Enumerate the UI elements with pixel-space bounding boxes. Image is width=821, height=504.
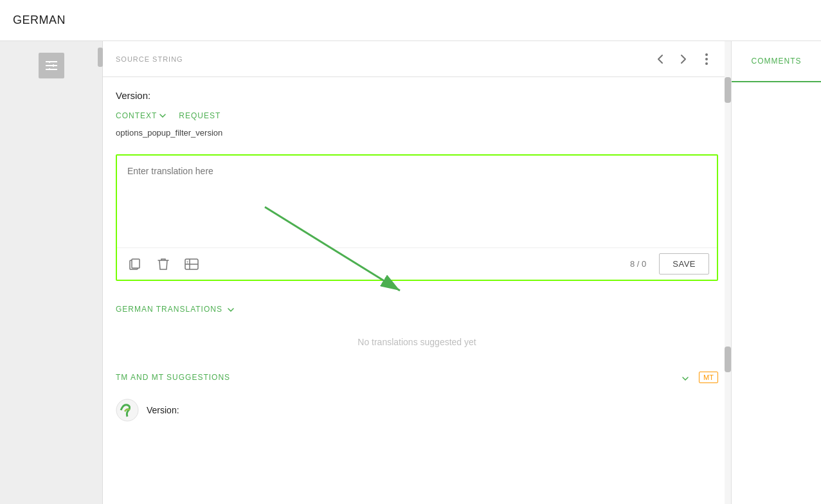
arrow-right-icon [677, 53, 690, 66]
header: GERMAN [0, 0, 821, 41]
german-translations-label: GERMAN TRANSLATIONS [116, 305, 222, 314]
special-chars-icon: T [185, 258, 199, 270]
delete-button[interactable] [153, 254, 174, 274]
scrollbar-thumb-bottom[interactable] [725, 346, 731, 372]
filter-icon [46, 61, 57, 70]
more-options-button[interactable] [695, 48, 718, 71]
german-translations-chevron[interactable] [228, 304, 234, 314]
svg-point-6 [705, 53, 708, 56]
context-tab[interactable]: CONTEXT [116, 111, 166, 120]
arrow-left-icon [654, 53, 667, 66]
prev-button[interactable] [649, 48, 672, 71]
svg-text:T: T [186, 260, 188, 264]
main-layout: SOURCE STRING Version: [0, 41, 821, 504]
special-chars-button[interactable]: T [181, 254, 202, 274]
copy-icon [129, 258, 141, 271]
tm-item-icon [116, 399, 139, 422]
svg-rect-3 [49, 61, 50, 63]
left-sidebar [0, 41, 103, 504]
context-value: options_popup_filter_version [116, 128, 718, 138]
context-chevron-icon [159, 114, 166, 118]
version-label: Version: [116, 90, 718, 101]
right-panel: COMMENTS [731, 41, 821, 504]
source-string-header: SOURCE STRING [103, 41, 731, 77]
scrollbar-thumb-top[interactable] [725, 77, 731, 103]
svg-rect-12 [132, 259, 140, 268]
tm-item-text: Version: [147, 405, 179, 415]
tm-chevron[interactable] [682, 373, 689, 382]
svg-rect-0 [46, 61, 57, 62]
tm-item: Version: [116, 393, 718, 427]
request-tab[interactable]: REQUEST [179, 111, 221, 120]
filter-button[interactable] [39, 53, 64, 78]
tm-logo-icon [116, 399, 139, 422]
context-tab-label: CONTEXT [116, 111, 157, 120]
delete-icon [158, 258, 169, 271]
svg-point-7 [705, 58, 708, 60]
comments-label: COMMENTS [752, 57, 802, 66]
svg-rect-4 [53, 64, 54, 67]
source-content: Version: CONTEXT REQUEST options_popup_f… [103, 77, 731, 154]
copy-source-button[interactable] [125, 254, 145, 274]
no-translations-message: No translations suggested yet [116, 324, 718, 366]
translation-input[interactable] [117, 156, 717, 246]
svg-rect-5 [49, 68, 50, 70]
german-chevron-icon [228, 308, 234, 312]
svg-rect-2 [46, 69, 57, 70]
translation-area: T 8 / 0 SAVE [116, 154, 718, 281]
svg-rect-1 [46, 65, 57, 66]
svg-point-8 [705, 62, 708, 65]
source-string-label: SOURCE STRING [116, 55, 649, 63]
page-title: GERMAN [13, 14, 66, 27]
context-tabs: CONTEXT REQUEST [116, 111, 718, 120]
translation-footer: T 8 / 0 SAVE [117, 248, 717, 280]
more-icon [705, 53, 708, 65]
comments-tab[interactable]: COMMENTS [732, 41, 821, 82]
center-panel: SOURCE STRING Version: [103, 41, 731, 504]
tm-suggestions-header: TM AND MT SUGGESTIONS MT [116, 366, 718, 383]
request-tab-label: REQUEST [179, 111, 221, 120]
char-count: 8 / 0 [210, 259, 646, 269]
tm-chevron-icon [682, 377, 689, 381]
scrollbar-track [725, 41, 731, 504]
next-button[interactable] [672, 48, 695, 71]
save-button[interactable]: SAVE [659, 253, 709, 274]
sidebar-scroll-indicator [98, 48, 103, 67]
mt-badge: MT [699, 372, 718, 383]
german-translations-section: GERMAN TRANSLATIONS No translations sugg… [103, 294, 731, 427]
tm-label: TM AND MT SUGGESTIONS [116, 373, 677, 382]
german-translations-header: GERMAN TRANSLATIONS [116, 294, 718, 314]
